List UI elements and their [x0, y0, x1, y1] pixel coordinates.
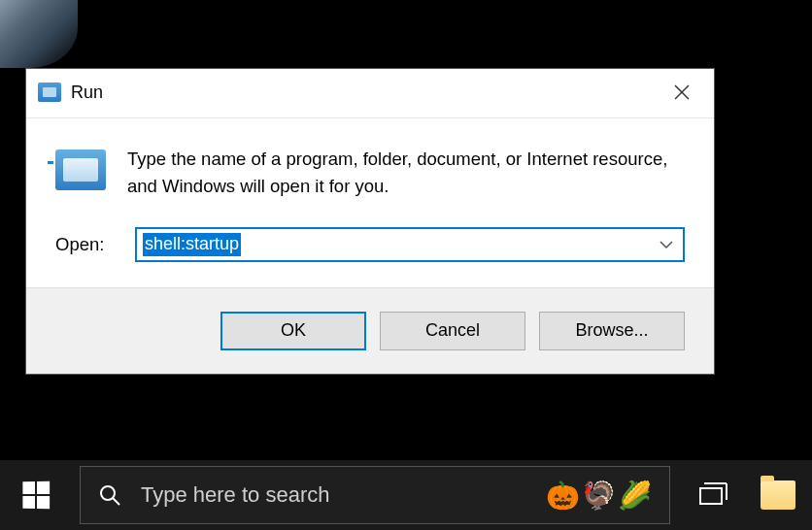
- dialog-body: Type the name of a program, folder, docu…: [26, 118, 714, 287]
- open-label: Open:: [55, 234, 114, 255]
- dialog-title: Run: [71, 83, 103, 103]
- search-icon: [98, 483, 121, 507]
- run-icon: [38, 83, 61, 102]
- close-button[interactable]: [658, 75, 706, 110]
- close-icon: [674, 84, 690, 100]
- search-placeholder: Type here to search: [141, 482, 546, 508]
- chevron-down-icon: [660, 241, 673, 248]
- cancel-button[interactable]: Cancel: [380, 312, 525, 350]
- wallpaper-fragment: [0, 0, 78, 68]
- folder-icon: [761, 480, 795, 510]
- open-input[interactable]: [137, 230, 650, 258]
- ok-button[interactable]: OK: [220, 312, 366, 350]
- svg-rect-4: [700, 488, 722, 504]
- taskbar-app-explorer[interactable]: [750, 460, 806, 530]
- task-view-icon: [699, 482, 728, 508]
- browse-button[interactable]: Browse...: [539, 312, 685, 350]
- dialog-description: Type the name of a program, folder, docu…: [127, 146, 685, 200]
- dialog-body-top: Type the name of a program, folder, docu…: [55, 146, 685, 200]
- emoji-turkey: 🦃: [582, 480, 616, 512]
- dialog-titlebar[interactable]: Run: [26, 69, 714, 118]
- dialog-footer: OK Cancel Browse...: [26, 287, 714, 374]
- titlebar-left: Run: [38, 83, 103, 103]
- run-dialog: Run Type the name of a program, folder, …: [25, 68, 715, 375]
- task-view-button[interactable]: [678, 460, 750, 530]
- open-input-wrapper[interactable]: shell:startup: [135, 227, 685, 262]
- start-button[interactable]: [0, 460, 72, 530]
- run-icon-large: [55, 149, 106, 190]
- svg-line-3: [113, 498, 119, 505]
- emoji-pumpkin: 🎃: [546, 480, 580, 512]
- search-emojis: 🎃 🦃 🌽: [546, 480, 652, 512]
- windows-logo-icon: [22, 481, 50, 510]
- taskbar: Type here to search 🎃 🦃 🌽: [0, 460, 812, 530]
- svg-point-2: [101, 486, 115, 500]
- search-box[interactable]: Type here to search 🎃 🦃 🌽: [80, 466, 670, 524]
- dropdown-button[interactable]: [650, 241, 683, 248]
- open-row: Open: shell:startup: [55, 227, 685, 262]
- emoji-corn: 🌽: [618, 480, 652, 512]
